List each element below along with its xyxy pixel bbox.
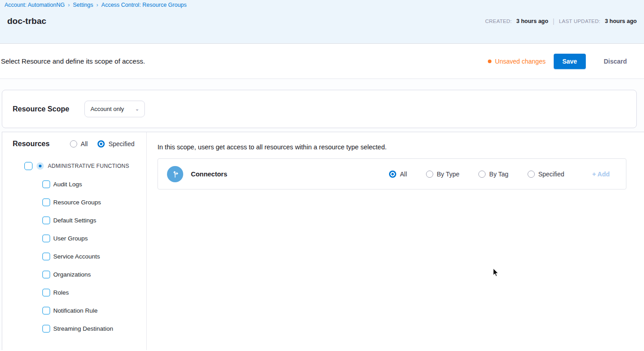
resource-scope-dropdown[interactable]: Account only ⌄ <box>84 101 145 117</box>
item-checkbox[interactable] <box>42 180 50 188</box>
connectors-icon <box>167 166 183 182</box>
resources-sidebar: Resources All Specified ADMINIST <box>2 132 147 350</box>
action-toolbar: Select Resource and define its scope of … <box>0 44 644 79</box>
resources-specified-radio[interactable]: Specified <box>97 140 134 148</box>
item-checkbox[interactable] <box>42 217 50 224</box>
chevron-down-icon: ⌄ <box>135 106 139 111</box>
page-title: doc-trbac <box>7 16 46 26</box>
main-content: Resource Scope Account only ⌄ Resources … <box>0 79 644 350</box>
tree-item[interactable]: Default Settings <box>2 211 146 229</box>
resources-title: Resources <box>13 140 50 148</box>
tree-item[interactable]: Resource Groups <box>2 193 146 211</box>
item-checkbox[interactable] <box>42 289 50 296</box>
tree-group-administrative-functions[interactable]: ADMINISTRATIVE FUNCTIONS <box>2 157 146 175</box>
connectors-by-tag-label: By Tag <box>489 171 509 178</box>
breadcrumb-resource-groups-link[interactable]: Access Control: Resource Groups <box>102 2 187 8</box>
connectors-all-label: All <box>400 171 407 178</box>
radio-icon <box>478 171 486 178</box>
breadcrumb-account-link[interactable]: Account: AutomationNG <box>5 2 65 8</box>
unsaved-changes-label: Unsaved changes <box>495 58 546 65</box>
unsaved-dot-icon <box>488 60 491 63</box>
radio-icon <box>70 140 77 148</box>
resources-specified-label: Specified <box>108 140 134 148</box>
radio-icon <box>528 171 535 178</box>
connectors-scope-radio-group: All By Type By Tag Specified <box>389 171 564 178</box>
resource-scope-card: Resource Scope Account only ⌄ <box>2 90 637 128</box>
connectors-by-type-radio[interactable]: By Type <box>426 171 459 178</box>
resource-name: Connectors <box>191 171 227 178</box>
radio-checked-icon <box>97 140 105 148</box>
breadcrumb: Account: AutomationNG › Settings › Acces… <box>0 0 644 8</box>
resources-all-label: All <box>81 140 88 148</box>
meta-divider: | <box>553 18 555 25</box>
tree-item[interactable]: Streaming Destination <box>2 319 146 337</box>
tree-item[interactable]: Service Accounts <box>2 247 146 265</box>
connectors-by-type-label: By Type <box>437 171 459 178</box>
item-checkbox[interactable] <box>42 199 50 206</box>
resource-tree: ADMINISTRATIVE FUNCTIONS Audit Logs Reso… <box>2 157 146 337</box>
resource-scope-selected-value: Account only <box>90 106 124 112</box>
resources-mode-radio-group: All Specified <box>70 140 134 148</box>
scope-description: In this scope, users get access to all r… <box>158 143 626 151</box>
tree-item[interactable]: Organizations <box>2 265 146 283</box>
radio-checked-icon <box>389 171 396 178</box>
breadcrumb-separator-icon: › <box>97 2 98 8</box>
item-checkbox[interactable] <box>42 235 50 242</box>
add-resources-link[interactable]: + Add <box>592 171 610 178</box>
radio-icon <box>426 171 433 178</box>
discard-button[interactable]: Discard <box>599 54 631 69</box>
tree-item[interactable]: Roles <box>2 283 146 301</box>
last-updated-label: LAST UPDATED: <box>559 18 601 24</box>
connectors-by-tag-radio[interactable]: By Tag <box>478 171 509 178</box>
unsaved-changes-indicator: Unsaved changes <box>488 58 546 65</box>
tree-item[interactable]: Audit Logs <box>2 175 146 193</box>
group-checkbox[interactable] <box>24 162 32 170</box>
tree-item-label: Audit Logs <box>53 181 82 188</box>
created-value: 3 hours ago <box>516 18 548 24</box>
tree-item-label: Service Accounts <box>53 253 100 260</box>
tree-item[interactable]: Notification Rule <box>2 301 146 319</box>
connectors-resource-row: Connectors All By Type By Tag <box>158 158 626 189</box>
item-checkbox[interactable] <box>42 307 50 314</box>
tree-item-list: Audit Logs Resource Groups Default Setti… <box>2 175 146 337</box>
group-dot-icon <box>37 162 44 170</box>
tree-item-label: Resource Groups <box>53 199 101 206</box>
connectors-specified-radio[interactable]: Specified <box>528 171 565 178</box>
connectors-all-radio[interactable]: All <box>389 171 407 178</box>
breadcrumb-separator-icon: › <box>68 2 69 8</box>
resource-scope-label: Resource Scope <box>13 105 69 113</box>
tree-item-label: Roles <box>53 289 69 296</box>
item-checkbox[interactable] <box>42 325 50 333</box>
created-label: CREATED: <box>485 18 512 24</box>
resources-panel: Resources All Specified ADMINIST <box>2 132 644 350</box>
item-checkbox[interactable] <box>42 271 50 278</box>
group-label: ADMINISTRATIVE FUNCTIONS <box>48 163 129 169</box>
toolbar-description: Select Resource and define its scope of … <box>1 57 145 65</box>
breadcrumb-settings-link[interactable]: Settings <box>73 2 93 8</box>
save-button[interactable]: Save <box>554 54 586 69</box>
item-checkbox[interactable] <box>42 253 50 260</box>
tree-item-label: User Groups <box>53 235 88 242</box>
tree-item-label: Default Settings <box>53 217 96 224</box>
tree-item[interactable]: User Groups <box>2 229 146 247</box>
page-header: Account: AutomationNG › Settings › Acces… <box>0 0 644 44</box>
header-meta: CREATED: 3 hours ago | LAST UPDATED: 3 h… <box>485 18 637 25</box>
tree-item-label: Streaming Destination <box>53 325 113 332</box>
tree-item-label: Notification Rule <box>53 307 97 314</box>
resources-all-radio[interactable]: All <box>70 140 88 148</box>
connectors-specified-label: Specified <box>538 171 565 178</box>
scope-detail-panel: In this scope, users get access to all r… <box>147 132 644 350</box>
tree-item-label: Organizations <box>53 271 91 278</box>
last-updated-value: 3 hours ago <box>605 18 637 24</box>
